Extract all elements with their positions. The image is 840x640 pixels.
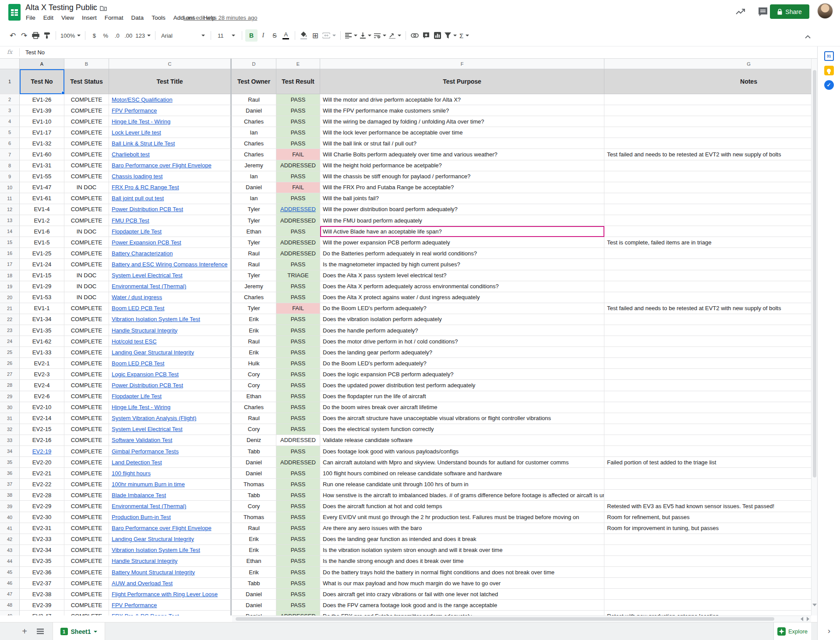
row-number[interactable]: 48 xyxy=(0,600,20,611)
menu-file[interactable]: File xyxy=(22,13,39,22)
cell-notes[interactable] xyxy=(604,545,811,556)
test-title-link[interactable]: FPV Performance xyxy=(112,602,157,608)
cell-test-no[interactable]: EV2-33 xyxy=(20,534,64,545)
test-title-link[interactable]: System Vibration Analysis (Flight) xyxy=(112,415,196,421)
cell-test-purpose[interactable]: Does the vibration isolation perform ade… xyxy=(320,314,604,325)
cell-notes[interactable] xyxy=(604,94,811,105)
test-title-link[interactable]: Battery and ESC Wiring Compass Interefen… xyxy=(112,261,227,268)
cell-test-no[interactable]: EV1-29 xyxy=(20,281,64,292)
cell-test-status[interactable]: COMPLETE xyxy=(64,490,109,501)
test-title-link[interactable]: Environmental Test (Thermal) xyxy=(112,503,186,509)
cell-test-no[interactable]: EV2-1 xyxy=(20,358,64,369)
cell-test-result[interactable]: PASS xyxy=(276,479,320,490)
cell-test-status[interactable]: COMPLETE xyxy=(64,589,109,600)
cell-test-result[interactable]: FAIL xyxy=(276,149,320,160)
test-title-link[interactable]: Ball Link & Strut Life Test xyxy=(112,140,175,147)
borders-button[interactable]: ⊞ xyxy=(310,29,321,42)
cell-test-no[interactable]: EV1-61 xyxy=(20,193,64,204)
cell-test-status[interactable]: COMPLETE xyxy=(64,501,109,512)
cell-test-title[interactable]: Battery and ESC Wiring Compass Interefen… xyxy=(109,259,232,270)
cell-test-no[interactable]: EV1-34 xyxy=(20,314,64,325)
cell-notes[interactable] xyxy=(604,281,811,292)
cell-test-title[interactable]: FRX Pro & RC Range Test xyxy=(109,611,232,615)
cell-test-title[interactable]: Environmental Test (Thermal) xyxy=(109,281,232,292)
menu-edit[interactable]: Edit xyxy=(39,13,57,22)
cell-test-status[interactable]: COMPLETE xyxy=(64,435,109,446)
test-title-link[interactable]: FRX Pro & RC Range Test xyxy=(112,613,179,615)
cell-test-title[interactable]: Battery Characterization xyxy=(109,248,232,259)
cell-test-result[interactable]: ADDRESSED xyxy=(276,237,320,248)
cell-test-status[interactable]: COMPLETE xyxy=(64,204,109,215)
row-number[interactable]: 5 xyxy=(0,127,20,138)
cell-test-status[interactable]: COMPLETE xyxy=(64,457,109,468)
scroll-down-icon[interactable] xyxy=(812,606,817,614)
cell-test-purpose[interactable]: Does the logic expansion PCB perform ade… xyxy=(320,369,604,380)
cell-test-title[interactable]: Flopdapter Life Test xyxy=(109,226,232,237)
cell-notes[interactable] xyxy=(604,171,811,182)
test-title-link[interactable]: 100hr minumum Burn in time xyxy=(112,481,185,488)
test-title-link[interactable]: Handle Structural Integrity xyxy=(112,558,177,564)
cell-test-purpose[interactable]: Do the FRX pro and Futaba transmitter pe… xyxy=(320,611,604,615)
cell-test-title[interactable]: Power Distribution PCB Test xyxy=(109,204,232,215)
test-title-link[interactable]: Gimbal Performance Tests xyxy=(112,448,179,455)
cell-test-result[interactable]: ADDRESSED xyxy=(276,435,320,446)
cell-test-title[interactable]: Battery Mount Structural Integrity xyxy=(109,567,232,578)
cell-test-title[interactable]: System Level Electrical Test xyxy=(109,424,232,435)
cell-test-owner[interactable]: Thomas xyxy=(232,479,276,490)
text-wrap-button[interactable] xyxy=(373,29,388,42)
row-number[interactable]: 44 xyxy=(0,556,20,567)
menu-insert[interactable]: Insert xyxy=(78,13,101,22)
row-number[interactable]: 21 xyxy=(0,303,20,314)
cell-test-result[interactable]: PASS xyxy=(276,369,320,380)
cell-test-result[interactable]: PASS xyxy=(276,391,320,402)
cell-test-owner[interactable]: Erik xyxy=(232,545,276,556)
row-number[interactable]: 31 xyxy=(0,413,20,424)
horizontal-scrollbar[interactable] xyxy=(232,615,811,622)
merge-cells-button[interactable] xyxy=(321,29,337,42)
cell-test-owner[interactable]: Cory xyxy=(232,380,276,391)
row-number[interactable]: 26 xyxy=(0,358,20,369)
cell-test-status[interactable]: IN DOC xyxy=(64,226,109,237)
row-number[interactable]: 41 xyxy=(0,523,20,534)
header-cell-test-result[interactable]: Test Result xyxy=(276,69,320,94)
star-icon[interactable]: ☆ xyxy=(91,4,96,12)
collapse-toolbar-icon[interactable] xyxy=(805,32,811,40)
cell-test-title[interactable]: Ball Link & Strut Life Test xyxy=(109,138,232,149)
header-cell-test-title[interactable]: Test Title xyxy=(109,69,232,94)
cell-test-purpose[interactable]: Does the electrical system function corr… xyxy=(320,424,604,435)
format-percent-button[interactable]: % xyxy=(100,29,111,42)
column-header-D[interactable]: D xyxy=(232,59,276,69)
test-title-link[interactable]: Software Validation Test xyxy=(112,437,172,443)
test-no-link[interactable]: EV2-19 xyxy=(32,448,51,455)
cell-test-result[interactable]: PASS xyxy=(276,259,320,270)
more-formats-button[interactable]: 123 xyxy=(134,29,152,42)
cell-notes[interactable] xyxy=(604,105,811,116)
cell-test-purpose[interactable]: Will the FRX Pro and Futaba Range be acc… xyxy=(320,182,604,193)
cell-test-owner[interactable]: Raul xyxy=(232,248,276,259)
cell-test-owner[interactable]: Hulk xyxy=(232,358,276,369)
format-currency-button[interactable]: $ xyxy=(88,29,100,42)
row-number[interactable]: 12 xyxy=(0,204,20,215)
cell-test-result[interactable]: ADDRESSED xyxy=(276,611,320,615)
cell-notes[interactable] xyxy=(604,567,811,578)
row-number[interactable]: 10 xyxy=(0,182,20,193)
cell-test-result[interactable]: PASS xyxy=(276,413,320,424)
vertical-align-button[interactable] xyxy=(359,29,373,42)
cell-test-status[interactable]: COMPLETE xyxy=(64,127,109,138)
cell-notes[interactable]: Room for improvement in tuning, but pass… xyxy=(604,523,811,534)
cell-test-result[interactable]: PASS xyxy=(276,501,320,512)
cell-test-no[interactable]: EV2-19 xyxy=(20,446,64,457)
cell-test-status[interactable]: COMPLETE xyxy=(64,347,109,358)
cell-test-owner[interactable]: Daniel xyxy=(232,105,276,116)
cell-test-status[interactable]: COMPLETE xyxy=(64,149,109,160)
cell-test-owner[interactable]: Cory xyxy=(232,424,276,435)
cell-test-no[interactable]: EV2-15 xyxy=(20,424,64,435)
cell-test-no[interactable]: EV1-55 xyxy=(20,171,64,182)
cell-test-status[interactable]: COMPLETE xyxy=(64,578,109,589)
cell-test-status[interactable]: COMPLETE xyxy=(64,402,109,413)
cell-test-no[interactable]: EV2-29 xyxy=(20,501,64,512)
avatar[interactable] xyxy=(817,3,833,19)
header-cell-test-status[interactable]: Test Status xyxy=(64,69,109,94)
cell-test-title[interactable]: Ball joint pull out test xyxy=(109,193,232,204)
test-title-link[interactable]: FPV Performance xyxy=(112,107,157,114)
